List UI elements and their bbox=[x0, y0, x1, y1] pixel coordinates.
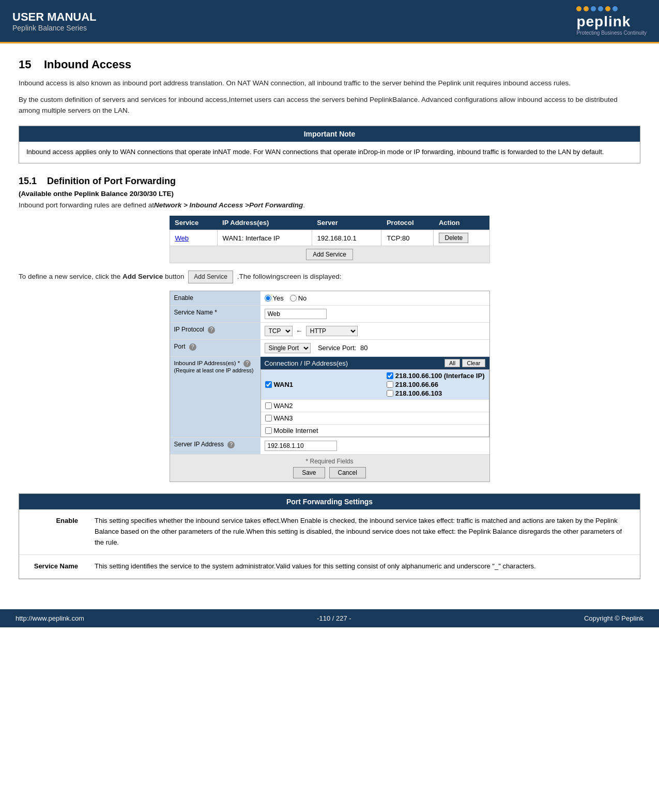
enable-yes-label[interactable]: Yes bbox=[265, 294, 284, 302]
protocol-arrow-icon: ← bbox=[296, 327, 302, 335]
ip-all-button[interactable]: All bbox=[445, 359, 460, 367]
footer-left: http://www.peplink.com bbox=[16, 614, 84, 622]
footer-right: Copyright © Peplink bbox=[584, 614, 643, 622]
enable-no-radio[interactable] bbox=[290, 295, 297, 302]
value-ip: Connection / IP Address(es) All Clear bbox=[260, 357, 489, 438]
wan2-checkbox-item: WAN2 bbox=[265, 402, 293, 410]
doc-title: USER MANUAL bbox=[12, 10, 97, 24]
add-service-suffix: .The followingscreen is displayed: bbox=[237, 273, 342, 280]
ip-table-title: Connection / IP Address(es) bbox=[265, 359, 348, 367]
port-help-icon[interactable]: ? bbox=[189, 343, 196, 351]
cell-server: 192.168.10.1 bbox=[312, 230, 381, 246]
label-enable: Enable bbox=[170, 291, 260, 306]
add-service-cell: Add Service bbox=[170, 246, 489, 263]
form-row-protocol: IP Protocol ? TCP UDP ← HTTP HTTPS FTP bbox=[170, 323, 489, 340]
server-ip-input[interactable] bbox=[265, 441, 337, 451]
protocol-help-icon[interactable]: ? bbox=[208, 326, 215, 334]
col-action: Action bbox=[434, 216, 489, 230]
note-body: Inbound access applies only to WAN conne… bbox=[19, 142, 640, 163]
wan3-row: WAN3 bbox=[261, 412, 489, 425]
doc-subtitle: Peplink Balance Series bbox=[12, 24, 97, 32]
form-footer-buttons: Save Cancel bbox=[173, 467, 486, 478]
form-row-ip: Inbound IP Address(es) * ? (Require at l… bbox=[170, 357, 489, 438]
form-row-server-ip: Server IP Address ? bbox=[170, 438, 489, 455]
add-service-description: To define a new service, click the Add S… bbox=[19, 270, 640, 283]
section-body2: By the custom definition of servers and … bbox=[19, 94, 640, 116]
settings-table: Enable This setting specifies whether th… bbox=[19, 509, 640, 578]
add-service-prefix: To define a new service, click the bbox=[19, 273, 122, 280]
protocol-app-select[interactable]: HTTP HTTPS FTP bbox=[306, 326, 358, 336]
subsection-number: 15.1 bbox=[19, 176, 37, 186]
save-button[interactable]: Save bbox=[293, 467, 325, 478]
server-ip-help-icon[interactable]: ? bbox=[227, 441, 235, 448]
enable-no-label[interactable]: No bbox=[290, 294, 307, 302]
wan1-ip1-checkbox[interactable] bbox=[387, 372, 393, 379]
settings-label-enable: Enable bbox=[19, 509, 86, 554]
protocol-select[interactable]: TCP UDP bbox=[265, 326, 293, 336]
page-header: USER MANUAL Peplink Balance Series pepli… bbox=[0, 0, 659, 43]
settings-row-enable: Enable This setting specifies whether th… bbox=[19, 509, 640, 554]
port-type-select[interactable]: Single Port Port Range bbox=[265, 343, 311, 353]
wan2-label: WAN2 bbox=[274, 402, 293, 410]
wan1-label: WAN1 bbox=[274, 381, 294, 388]
value-enable: Yes No bbox=[260, 291, 489, 306]
subsection-desc: Inbound port forwarding rules are define… bbox=[19, 200, 640, 211]
important-note-box: Important Note Inbound access applies on… bbox=[19, 126, 640, 163]
label-ip: Inbound IP Address(es) * ? (Require at l… bbox=[170, 357, 260, 438]
service-name-input[interactable] bbox=[265, 309, 327, 319]
cell-ip: WAN1: Interface IP bbox=[217, 230, 312, 246]
enable-radio-group: Yes No bbox=[265, 294, 485, 302]
section-body1: Inbound access is also known as inbound … bbox=[19, 78, 640, 89]
ip-help-icon[interactable]: ? bbox=[243, 360, 251, 367]
delete-button[interactable]: Delete bbox=[439, 233, 468, 243]
enable-no-text: No bbox=[298, 294, 307, 302]
add-service-inline-button[interactable]: Add Service bbox=[188, 270, 233, 283]
wan1-ip3-item: 218.100.66.103 bbox=[387, 389, 485, 397]
dot-3 bbox=[591, 6, 596, 11]
value-service-name bbox=[260, 306, 489, 323]
wan1-ip2-item: 218.100.66.66 bbox=[387, 381, 485, 388]
form-table: Enable Yes No bbox=[170, 291, 489, 455]
subsection-avail: (Available onthe Peplink Balance 20/30/3… bbox=[19, 190, 640, 198]
dot-2 bbox=[584, 6, 589, 11]
form-row-port: Port ? Single Port Port Range Service Po… bbox=[170, 340, 489, 357]
dot-4 bbox=[598, 6, 603, 11]
settings-box: Port Forwarding Settings Enable This set… bbox=[19, 493, 640, 579]
wan3-checkbox[interactable] bbox=[265, 415, 272, 422]
service-link[interactable]: Web bbox=[175, 234, 189, 242]
note-header: Important Note bbox=[19, 126, 640, 142]
ip-table-header: Connection / IP Address(es) All Clear bbox=[260, 357, 489, 369]
col-service: Service bbox=[170, 216, 217, 230]
subsection-heading: Definition of Port Forwarding bbox=[47, 176, 176, 186]
wan1-ip1-item: 218.100.66.100 (Interface IP) bbox=[387, 372, 485, 380]
value-protocol: TCP UDP ← HTTP HTTPS FTP bbox=[260, 323, 489, 340]
enable-yes-radio[interactable] bbox=[265, 295, 271, 302]
wan1-checkbox[interactable] bbox=[265, 381, 272, 388]
mobile-checkbox[interactable] bbox=[265, 427, 272, 434]
section-heading: Inbound Access bbox=[44, 58, 131, 71]
service-port-value: 80 bbox=[360, 344, 367, 352]
wan1-ip1-text: 218.100.66.100 (Interface IP) bbox=[395, 372, 485, 380]
wan1-checkbox-item: WAN1 bbox=[265, 381, 294, 388]
cancel-button[interactable]: Cancel bbox=[329, 467, 366, 478]
ip-clear-button[interactable]: Clear bbox=[462, 359, 485, 367]
settings-header: Port Forwarding Settings bbox=[19, 494, 640, 509]
header-title-block: USER MANUAL Peplink Balance Series bbox=[12, 10, 97, 32]
main-content: 15 Inbound Access Inbound access is also… bbox=[0, 43, 659, 594]
wan2-row: WAN2 bbox=[261, 400, 489, 412]
wan3-label: WAN3 bbox=[274, 414, 293, 422]
logo-area: peplink Protecting Business Continuity bbox=[576, 6, 647, 36]
add-service-bold: Add Service bbox=[122, 273, 163, 280]
mobile-checkbox-item: Mobile Internet bbox=[265, 427, 318, 434]
settings-row-service-name: Service Name This setting identifies the… bbox=[19, 554, 640, 578]
ip-inner-table: WAN1 218.100.66.100 (Interface IP) bbox=[260, 369, 489, 437]
table-row: Web WAN1: Interface IP 192.168.10.1 TCP:… bbox=[170, 230, 489, 246]
required-note: * Required Fields bbox=[305, 458, 353, 465]
add-service-row: Add Service bbox=[170, 246, 489, 263]
wan1-ip2-checkbox[interactable] bbox=[387, 381, 393, 388]
logo-text: peplink bbox=[576, 13, 647, 30]
settings-text-service-name: This setting identifies the service to t… bbox=[86, 554, 640, 578]
add-service-button[interactable]: Add Service bbox=[306, 249, 353, 260]
wan1-ip3-checkbox[interactable] bbox=[387, 390, 393, 397]
wan2-checkbox[interactable] bbox=[265, 402, 272, 409]
